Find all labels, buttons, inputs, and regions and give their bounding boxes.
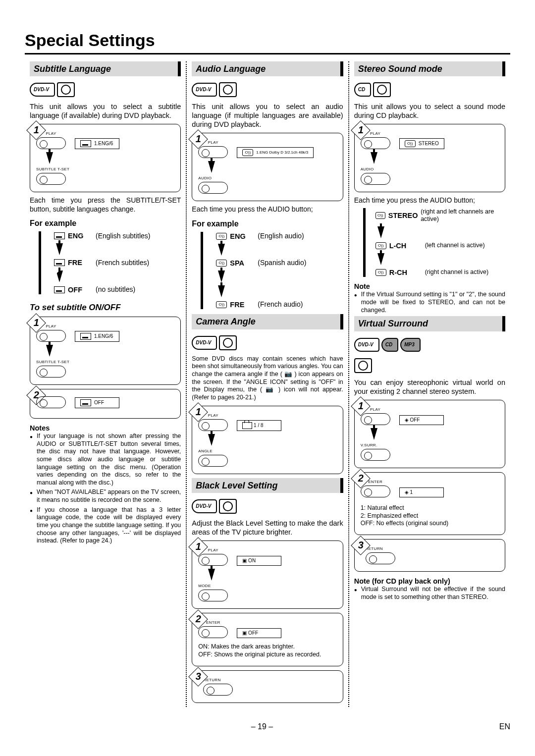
cd-badge: CD — [381, 338, 398, 352]
osd-text: 1 / 8 — [254, 422, 263, 428]
diagram-set-subtitle-2: 2 OFF — [30, 389, 181, 419]
osd-angle: 1 / 8 — [237, 420, 281, 431]
notes-heading: Notes — [30, 424, 181, 432]
vsurr-btn-label: V.SURR. — [361, 443, 377, 448]
down-arrow-icon — [218, 270, 225, 282]
lang-code: EN — [499, 722, 510, 732]
page-number: – 19 – — [251, 722, 273, 732]
stereo-example-list: O))STEREO(right and left channels are ac… — [363, 208, 505, 277]
osd-text: 1 — [410, 489, 413, 495]
audio-icon: O)) — [216, 233, 227, 240]
desc-eng: (English subtitles) — [96, 232, 151, 241]
vs-legend-1: 1: Natural effect — [361, 504, 499, 512]
subtitle-example-list: ENG(English subtitles) FRE(French subtit… — [39, 231, 181, 294]
media-badges: DVD-V — [192, 81, 343, 98]
note-item: When "NOT AVAILABLE" appears on the TV s… — [30, 488, 181, 504]
subtitle-icon — [54, 259, 65, 266]
code-stereo: STEREO — [388, 211, 421, 220]
down-arrow-icon — [377, 226, 384, 238]
osd-text: OFF — [94, 400, 104, 405]
code-eng: ENG — [230, 232, 258, 241]
play-label: PLAY — [370, 407, 380, 412]
note-item: Virtual Surround will not be effective i… — [354, 586, 505, 601]
osd-text: OFF — [248, 630, 258, 636]
audio-icon: O)) — [242, 149, 253, 156]
subtitle-button-icon — [36, 366, 66, 378]
diagram-vs-step3: 3 RETURN — [354, 539, 505, 572]
heading-black-level: Black Level Setting — [192, 478, 343, 493]
desc-eng: (English audio) — [258, 232, 304, 241]
media-badges: DVD-V — [192, 498, 343, 515]
column-stereo-sound: Stereo Sound mode CD This unit allows yo… — [349, 61, 510, 707]
heading-camera-angle: Camera Angle — [192, 314, 343, 329]
down-arrow-icon — [371, 428, 377, 440]
to-set-subtitle-head: To set subtitle ON/OFF — [30, 302, 181, 313]
subtitle-btn-label: SUBTITLE T-SET — [36, 167, 69, 172]
osd-stereo: O))STEREO — [399, 138, 444, 149]
code-spa: SPA — [230, 259, 258, 268]
osd-black-on: ▣ ON — [237, 556, 281, 566]
desc-fre: (French subtitles) — [96, 259, 149, 268]
mp3-badge: MP3 — [400, 338, 421, 352]
subtitle-icon — [80, 333, 91, 340]
audio-caption: Each time you press the AUDIO button; — [192, 205, 343, 214]
subtitle-intro: This unit allows you to select a subtitl… — [30, 102, 181, 120]
vsurr-button-icon — [361, 449, 390, 461]
cd-badge: CD — [354, 83, 371, 97]
diagram-black-step2: 2 ENTER ▣ OFF ON: Makes the dark areas b… — [192, 613, 343, 666]
code-rch: R-CH — [389, 268, 425, 277]
enter-button-icon — [361, 486, 390, 497]
down-arrow-icon — [371, 152, 377, 164]
diagram-black-step3: 3 RETURN — [192, 670, 343, 703]
dvd-v-badge: DVD-V — [354, 338, 379, 352]
for-example-head: For example — [192, 219, 343, 229]
down-arrow-icon — [218, 285, 225, 297]
for-example-head: For example — [30, 218, 181, 228]
diagram-stereo-step1: 1 PLAY O))STEREO AUDIO — [354, 124, 505, 192]
media-badges: DVD-V CD MP3 — [354, 336, 505, 353]
subtitle-icon — [80, 140, 91, 147]
play-label: PLAY — [208, 413, 218, 418]
column-audio-language: Audio Language DVD-V This unit allows yo… — [187, 61, 349, 707]
camera-text: Some DVD discs may contain scenes which … — [192, 355, 343, 402]
subtitle-icon — [80, 399, 91, 406]
return-button-icon — [203, 684, 233, 696]
desc-fre: (French audio) — [258, 300, 303, 309]
osd-vs-1: ◈ 1 — [399, 487, 444, 498]
audio-icon: O)) — [375, 242, 386, 249]
play-button-icon — [198, 554, 228, 566]
code-eng: ENG — [68, 231, 96, 240]
vs-legend-2: 2: Emphasized effect — [361, 512, 499, 520]
down-arrow-icon — [218, 244, 225, 256]
play-button-icon — [361, 413, 390, 425]
osd-text: ON — [248, 558, 256, 563]
black-text: Adjust the Black Level Setting to make t… — [192, 519, 343, 537]
vs-text: You can enjoy stereophonic virtual world… — [354, 378, 505, 396]
diagram-black-step1: 1 PLAY ▣ ON MODE — [192, 540, 343, 609]
code-fre: FRE — [230, 300, 258, 309]
dvd-disc-icon — [354, 358, 372, 373]
audio-button-icon — [198, 182, 228, 194]
diagram-set-subtitle-1: 1 PLAY 1.ENG/6 SUBTITLE T-SET — [30, 317, 181, 385]
code-off: OFF — [68, 285, 96, 294]
dvd-disc-icon — [219, 499, 237, 514]
subtitle-icon — [54, 286, 65, 293]
note-item: If the Virtual Surround setting is "1" o… — [354, 291, 505, 314]
heading-subtitle-language: Subtitle Language — [30, 61, 181, 77]
dvd-v-badge: DVD-V — [192, 499, 217, 513]
play-label: PLAY — [208, 548, 218, 553]
angle-btn-label: ANGLE — [198, 449, 213, 454]
return-button-icon — [366, 552, 395, 564]
diagram-vs-step1: 1 PLAY ◈ OFF V.SURR. — [354, 400, 505, 468]
down-arrow-icon — [208, 434, 215, 446]
osd-vs-off: ◈ OFF — [399, 415, 444, 426]
dvd-disc-icon — [219, 82, 237, 97]
play-button-icon — [198, 146, 228, 158]
osd-subtitle-1: 1.ENG/6 — [75, 138, 119, 149]
play-label: PLAY — [46, 324, 56, 329]
down-arrow-icon — [208, 161, 215, 173]
play-button-icon — [361, 137, 390, 149]
osd-text: 1.ENG/6 — [94, 333, 113, 339]
page-title: Special Settings — [25, 30, 510, 54]
audio-button-icon — [361, 173, 390, 185]
